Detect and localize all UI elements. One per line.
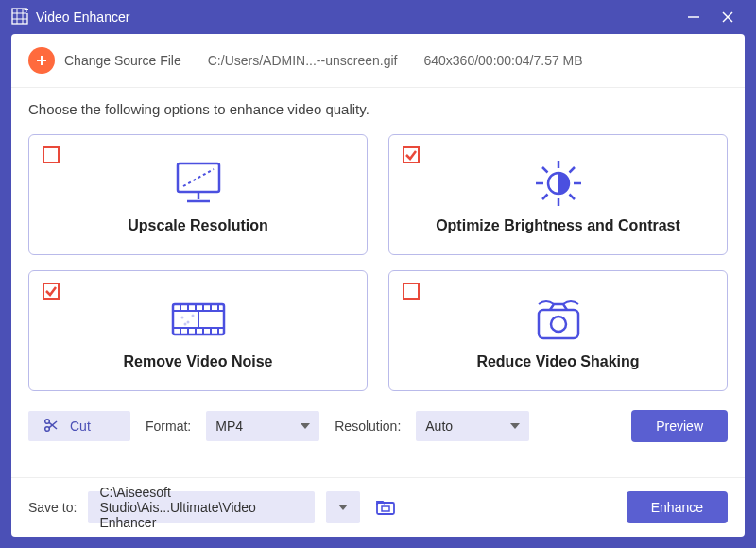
save-path-box[interactable]: C:\Aiseesoft Studio\Ais...Ultimate\Video… [88, 491, 315, 523]
open-folder-button[interactable] [371, 493, 400, 522]
svg-rect-0 [12, 9, 27, 24]
app-icon [11, 8, 28, 27]
checkbox-brightness[interactable] [403, 146, 420, 163]
card-label: Reduce Video Shaking [476, 353, 639, 370]
chevron-down-icon [301, 423, 310, 429]
instruction-text: Choose the following options to enhance … [28, 101, 728, 117]
format-label: Format: [146, 419, 191, 434]
svg-point-43 [186, 321, 189, 324]
format-select[interactable]: MP4 [206, 411, 319, 441]
card-label: Optimize Brightness and Contrast [436, 217, 680, 234]
svg-point-45 [183, 323, 186, 326]
card-label: Upscale Resolution [128, 217, 267, 234]
enhance-label: Enhance [651, 500, 703, 515]
preview-button[interactable]: Preview [631, 410, 728, 442]
svg-line-24 [542, 195, 548, 200]
chevron-down-icon [338, 505, 348, 510]
card-label: Remove Video Noise [124, 353, 273, 370]
checkbox-upscale[interactable] [43, 146, 60, 163]
filmstrip-icon [169, 291, 228, 348]
format-value: MP4 [215, 419, 243, 434]
card-remove-noise[interactable]: Remove Video Noise [28, 270, 368, 391]
svg-point-42 [180, 317, 183, 319]
scissors-icon [43, 418, 59, 436]
cut-label: Cut [70, 419, 91, 434]
svg-line-14 [183, 169, 214, 186]
source-strip: Change Source File C:/Users/ADMIN...--un… [11, 34, 745, 88]
svg-rect-46 [539, 310, 578, 338]
svg-line-51 [49, 421, 57, 428]
enhance-button[interactable]: Enhance [627, 491, 728, 523]
svg-rect-53 [382, 506, 389, 511]
title-bar: Video Enhancer [0, 0, 756, 34]
save-path-dropdown[interactable] [326, 491, 360, 523]
option-cards: Upscale Resolution Optimize Brightness a… [28, 134, 728, 391]
change-source-button[interactable]: Change Source File [28, 47, 181, 74]
controls-row: Cut Format: MP4 Resolution: Auto Preview [28, 391, 728, 455]
minimize-button[interactable] [677, 0, 711, 34]
svg-line-23 [569, 195, 575, 200]
resolution-label: Resolution: [335, 419, 401, 434]
monitor-icon [172, 155, 225, 212]
checkbox-noise[interactable] [43, 283, 60, 300]
checkbox-shaking[interactable] [403, 283, 420, 300]
svg-point-44 [191, 315, 194, 317]
resolution-select[interactable]: Auto [416, 411, 529, 441]
save-path-value: C:\Aiseesoft Studio\Ais...Ultimate\Video… [99, 485, 303, 530]
svg-point-47 [551, 317, 566, 332]
app-title: Video Enhancer [36, 9, 129, 25]
svg-line-50 [49, 422, 57, 429]
source-file-path: C:/Users/ADMIN...--unscreen.gif [208, 53, 398, 68]
close-button[interactable] [711, 0, 745, 34]
svg-line-22 [542, 167, 548, 173]
cut-button[interactable]: Cut [28, 411, 130, 441]
chevron-down-icon [510, 423, 520, 429]
card-upscale-resolution[interactable]: Upscale Resolution [28, 134, 368, 255]
card-reduce-shaking[interactable]: Reduce Video Shaking [388, 270, 728, 391]
brightness-icon [532, 155, 585, 212]
plus-icon [28, 47, 55, 74]
source-file-info: 640x360/00:00:04/7.57 MB [423, 53, 582, 68]
folder-icon [375, 499, 396, 516]
preview-label: Preview [656, 419, 703, 434]
resolution-value: Auto [425, 419, 453, 434]
svg-line-25 [569, 167, 575, 173]
change-source-label: Change Source File [64, 53, 181, 68]
main-area: Choose the following options to enhance … [11, 88, 745, 477]
svg-rect-52 [377, 503, 394, 514]
save-to-label: Save to: [28, 500, 77, 515]
camera-shake-icon [529, 291, 588, 348]
card-optimize-brightness[interactable]: Optimize Brightness and Contrast [388, 134, 728, 255]
content-panel: Change Source File C:/Users/ADMIN...--un… [11, 34, 745, 537]
bottom-bar: Save to: C:\Aiseesoft Studio\Ais...Ultim… [11, 477, 745, 537]
